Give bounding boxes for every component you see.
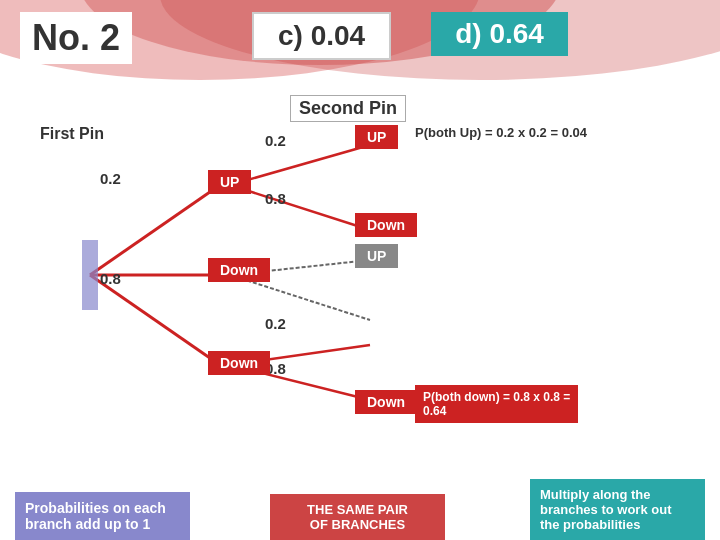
p-both-down-result: P(both down) = 0.8 x 0.8 = 0.64	[415, 385, 578, 423]
prob-08-lower-left: 0.8	[100, 270, 121, 287]
first-pin-label: First Pin	[40, 125, 104, 143]
p-both-down-line1: P(both down) = 0.8 x 0.8 =	[423, 390, 570, 404]
p-both-up-result: P(both Up) = 0.2 x 0.2 = 0.04	[415, 125, 587, 140]
bottom-right-line1: Multiply along the	[540, 487, 651, 502]
bottom-right-line3: the probabilities	[540, 517, 640, 532]
down-node-upper: Down	[355, 213, 417, 237]
main-content: Second Pin First Pin 0.2 0.8 UP 0.2 0.8 …	[0, 90, 720, 540]
prob-08-upper: 0.8	[265, 190, 286, 207]
no2-label: No. 2	[20, 12, 132, 64]
prob-02-lower: 0.2	[265, 315, 286, 332]
down-node-end: Down	[355, 390, 417, 414]
second-pin-label: Second Pin	[290, 95, 406, 122]
prob-02-upper-left: 0.2	[100, 170, 121, 187]
answer-c-box: c) 0.04	[252, 12, 391, 60]
svg-line-3	[90, 185, 220, 275]
bottom-mid-line1: THE SAME PAIR	[307, 502, 408, 517]
up-node-2: UP	[355, 125, 398, 149]
bottom-right-line2: branches to work out	[540, 502, 671, 517]
bottom-right-box: Multiply along the branches to work out …	[530, 479, 705, 540]
svg-line-5	[90, 275, 220, 365]
down-node-mid: Down	[208, 258, 270, 282]
bottom-mid-box: THE SAME PAIR OF BRANCHES	[270, 494, 445, 540]
bottom-mid-line2: OF BRANCHES	[310, 517, 405, 532]
p-both-down-line2: 0.64	[423, 404, 446, 418]
up-node-1: UP	[208, 170, 251, 194]
bottom-left-box: Probabilities on each branch add up to 1	[15, 492, 190, 540]
header-area: No. 2 c) 0.04 d) 0.64	[0, 8, 720, 64]
down-node-lower: Down	[208, 351, 270, 375]
answer-d-box: d) 0.64	[431, 12, 568, 56]
prob-02-upper: 0.2	[265, 132, 286, 149]
up-node-grey: UP	[355, 244, 398, 268]
svg-rect-12	[82, 240, 98, 310]
